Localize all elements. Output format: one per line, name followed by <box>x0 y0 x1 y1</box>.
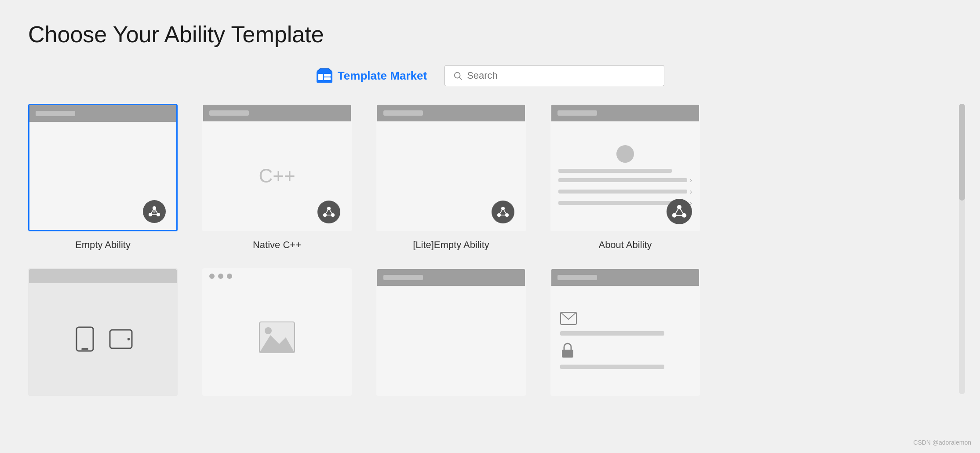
mac-dot-2 <box>218 274 223 279</box>
card-topbar <box>29 105 176 122</box>
topbar-line <box>36 111 75 116</box>
svg-rect-35 <box>128 338 130 340</box>
phone-icon <box>71 325 98 353</box>
card-body <box>377 286 525 395</box>
topbar-line <box>383 110 423 116</box>
mac-dot-3 <box>227 274 232 279</box>
template-item-device[interactable] <box>28 268 178 404</box>
login-line-2 <box>560 365 664 369</box>
template-item-lite-empty[interactable]: [Lite]Empty Ability <box>376 104 526 251</box>
harmonic-icon <box>496 205 510 219</box>
template-card-about-ability[interactable]: › › › <box>550 104 700 231</box>
card-body <box>203 283 351 391</box>
lock-icon <box>560 342 575 358</box>
card-body: › › › <box>551 121 699 230</box>
template-label-native-cpp: Native C++ <box>253 239 301 251</box>
template-card-gallery[interactable] <box>202 268 352 396</box>
about-circle <box>616 145 634 163</box>
about-line-1 <box>558 169 672 173</box>
login-line-1 <box>560 331 664 336</box>
harmonic-badge <box>143 200 166 223</box>
gallery-icon <box>257 320 297 355</box>
svg-line-17 <box>325 208 329 215</box>
topbar-line <box>383 275 423 280</box>
template-item-grid[interactable] <box>376 268 526 404</box>
watermark: CSDN @adoralemon <box>913 439 971 446</box>
svg-line-24 <box>503 208 507 215</box>
template-card-native-cpp[interactable]: C++ <box>202 104 352 231</box>
harmonic-icon <box>322 205 336 219</box>
template-item-gallery[interactable] <box>202 268 352 404</box>
template-label-empty-ability: Empty Ability <box>75 239 131 251</box>
harmonic-badge <box>492 201 514 223</box>
page-title: Choose Your Ability Template <box>28 21 952 47</box>
template-market-button[interactable]: Template Market <box>316 68 427 84</box>
mac-dots <box>203 269 351 283</box>
card-body <box>377 121 525 230</box>
template-label-lite-empty: [Lite]Empty Ability <box>413 239 489 251</box>
topbar-line <box>209 110 249 116</box>
svg-rect-32 <box>77 327 93 351</box>
svg-rect-2 <box>324 74 331 77</box>
template-card-device[interactable] <box>28 268 178 396</box>
card-topbar <box>203 105 351 121</box>
card-topbar <box>551 269 699 286</box>
template-market-icon <box>316 68 333 84</box>
svg-rect-3 <box>324 77 331 80</box>
svg-point-10 <box>153 210 156 213</box>
card-body <box>29 122 176 230</box>
svg-rect-1 <box>318 74 323 80</box>
harmonic-badge <box>317 201 340 223</box>
svg-rect-33 <box>81 348 88 350</box>
topbar-line <box>557 275 597 280</box>
svg-line-6 <box>459 77 462 80</box>
about-line-2: › <box>558 176 692 184</box>
template-item-about-ability[interactable]: › › › <box>550 104 700 251</box>
svg-line-23 <box>499 208 503 215</box>
harmonic-icon <box>670 203 688 220</box>
template-market-label: Template Market <box>338 69 427 83</box>
mac-dot-1 <box>209 274 215 279</box>
template-card-empty-ability[interactable] <box>28 104 178 231</box>
svg-point-5 <box>455 73 460 78</box>
card-body: C++ <box>203 121 351 230</box>
svg-point-38 <box>265 327 272 334</box>
search-input[interactable] <box>467 70 656 81</box>
template-item-native-cpp[interactable]: C++ Native C++ <box>202 104 352 251</box>
tablet-icon <box>107 325 135 353</box>
search-box[interactable] <box>444 65 664 86</box>
harmonic-icon <box>147 205 161 219</box>
card-body <box>551 286 699 395</box>
topbar-line <box>557 110 597 116</box>
search-icon <box>453 71 463 80</box>
card-topbar <box>551 105 699 121</box>
cpp-text: C++ <box>259 165 295 187</box>
template-item-login[interactable] <box>550 268 700 404</box>
toolbar: Template Market <box>28 65 952 86</box>
about-line-3: › <box>558 188 692 196</box>
svg-line-18 <box>329 208 333 215</box>
template-card-lite-empty[interactable] <box>376 104 526 231</box>
template-card-login[interactable] <box>550 268 700 396</box>
templates-grid: Empty Ability C++ <box>28 104 952 404</box>
scroll-track[interactable] <box>959 104 965 394</box>
svg-rect-40 <box>562 350 573 358</box>
harmonic-badge-large <box>667 199 692 224</box>
template-item-empty-ability[interactable]: Empty Ability <box>28 104 178 251</box>
svg-line-30 <box>679 207 684 216</box>
svg-rect-4 <box>317 70 332 72</box>
template-card-grid[interactable] <box>376 268 526 396</box>
card-topbar <box>377 105 525 121</box>
email-icon <box>560 312 577 325</box>
scroll-thumb[interactable] <box>959 104 965 201</box>
svg-line-29 <box>674 207 679 216</box>
page-container: Choose Your Ability Template Template Ma… <box>0 0 980 425</box>
card-topbar <box>377 269 525 286</box>
template-label-about-ability: About Ability <box>598 239 652 251</box>
